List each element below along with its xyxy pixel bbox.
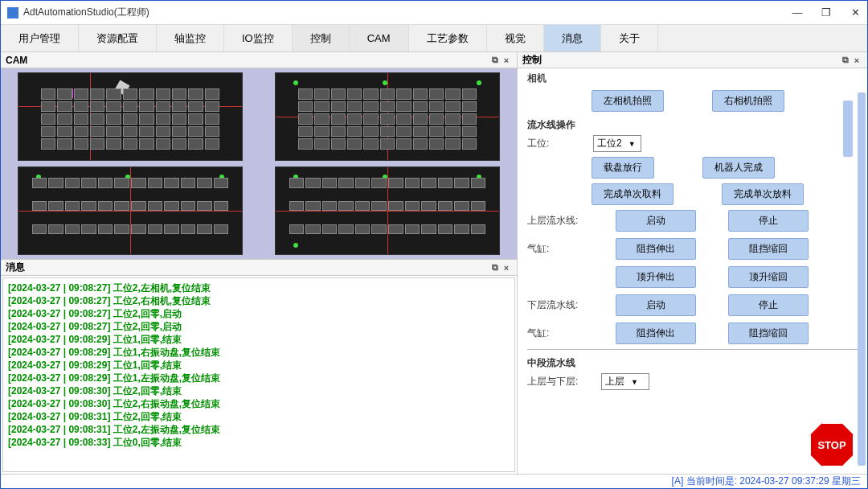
message-line: [2024-03-27 | 09:08:33] 工位0,回零,结束 (8, 436, 510, 449)
menu-resource-config[interactable]: 资源配置 (79, 25, 157, 51)
station-select[interactable]: 工位2▼ (593, 135, 641, 152)
camera-section-cut: 相机 (527, 72, 858, 85)
menubar: 用户管理 资源配置 轴监控 IO监控 控制 CAM 工艺参数 视觉 消息 关于 (1, 25, 867, 52)
station-label: 工位: (527, 137, 583, 150)
message-line: [2024-03-27 | 09:08:29] 工位1,回零,结束 (8, 333, 510, 346)
ctrl-close-icon[interactable]: × (851, 55, 862, 65)
lift-retract-button[interactable]: 顶升缩回 (728, 266, 809, 288)
stop-button[interactable]: STOP (809, 422, 854, 467)
message-line: [2024-03-27 | 09:08:27] 工位2,回零,启动 (8, 320, 510, 333)
menu-vision[interactable]: 视觉 (487, 25, 544, 51)
tray-release-button[interactable]: 载盘放行 (592, 157, 654, 179)
camera-grid (1, 68, 517, 259)
titlebar: AdtAutomationStudio(工程师) — ❐ ✕ (1, 1, 867, 25)
message-line: [2024-03-27 | 09:08:30] 工位2,右振动盘,复位结束 (8, 397, 510, 410)
message-line: [2024-03-27 | 09:08:29] 工位1,右振动盘,复位结束 (8, 346, 510, 359)
minimize-button[interactable]: — (792, 7, 803, 18)
camera-view-2[interactable] (275, 72, 500, 161)
msg-panel-title: 消息 (6, 261, 25, 274)
msg-close-icon[interactable]: × (501, 263, 512, 273)
left-camera-shoot-button[interactable]: 左相机拍照 (592, 90, 664, 112)
layer-label: 上层与下层: (527, 375, 592, 388)
upper-line-label: 上层流水线: (527, 214, 583, 228)
message-line: [2024-03-27 | 09:08:31] 工位2,回零,结束 (8, 410, 510, 423)
camera-view-3[interactable] (18, 166, 243, 255)
chevron-down-icon: ▼ (628, 140, 636, 148)
robot-done-button[interactable]: 机器人完成 (702, 157, 775, 179)
menu-user-management[interactable]: 用户管理 (1, 25, 79, 51)
lower-stop-button[interactable]: 停止 (728, 294, 809, 316)
cam-panel: CAM ⧉ × (1, 52, 517, 259)
cam-close-icon[interactable]: × (501, 55, 512, 65)
message-line: [2024-03-27 | 09:08:29] 工位1,回零,结束 (8, 359, 510, 372)
message-line: [2024-03-27 | 09:08:30] 工位2,回零,结束 (8, 384, 510, 397)
message-line: [2024-03-27 | 09:08:27] 工位2,回零,启动 (8, 307, 510, 320)
lower-start-button[interactable]: 启动 (616, 294, 696, 316)
maximize-button[interactable]: ❐ (821, 7, 832, 18)
mid-line-label: 中段流水线 (527, 356, 858, 370)
status-time: [A] 当前时间是: 2024-03-27 09:37:29 星期三 (672, 475, 861, 488)
layer-select[interactable]: 上层▼ (601, 373, 649, 390)
control-inner-scrollbar[interactable] (843, 101, 853, 157)
menu-axis-monitor[interactable]: 轴监控 (157, 25, 224, 51)
upper-start-button[interactable]: 启动 (616, 210, 696, 232)
cylinder-label-2: 气缸: (527, 327, 583, 340)
menu-process-params[interactable]: 工艺参数 (409, 25, 487, 51)
camera-view-4[interactable] (275, 166, 500, 255)
ctrl-panel-title: 控制 (522, 53, 542, 67)
message-line: [2024-03-27 | 09:08:27] 工位2,左相机,复位结束 (8, 281, 510, 294)
cylinder-label-1: 气缸: (527, 242, 583, 256)
camera-view-1[interactable] (18, 72, 243, 161)
menu-cam[interactable]: CAM (350, 25, 409, 51)
app-icon (7, 7, 18, 18)
menu-control[interactable]: 控制 (293, 25, 350, 51)
menu-about[interactable]: 关于 (601, 25, 658, 51)
message-list[interactable]: [2024-03-27 | 09:08:27] 工位2,左相机,复位结束[202… (2, 277, 515, 472)
block-extend-button-1[interactable]: 阻挡伸出 (616, 238, 696, 260)
right-camera-shoot-button[interactable]: 右相机拍照 (712, 90, 784, 112)
upper-stop-button[interactable]: 停止 (728, 210, 809, 232)
close-button[interactable]: ✕ (850, 7, 861, 18)
menu-io-monitor[interactable]: IO监控 (224, 25, 293, 51)
chevron-down-icon: ▼ (631, 378, 638, 386)
cam-dock-icon[interactable]: ⧉ (489, 55, 501, 65)
lift-extend-button[interactable]: 顶升伸出 (616, 266, 696, 288)
lower-line-label: 下层流水线: (527, 298, 583, 312)
message-line: [2024-03-27 | 09:08:29] 工位1,左振动盘,复位结束 (8, 372, 510, 384)
line-ops-label: 流水线操作 (527, 118, 858, 132)
menu-messages[interactable]: 消息 (544, 25, 601, 51)
block-retract-button-1[interactable]: 阻挡缩回 (728, 238, 809, 260)
cam-panel-title: CAM (6, 55, 27, 66)
single-place-done-button[interactable]: 完成单次放料 (722, 183, 804, 205)
statusbar: [A] 当前时间是: 2024-03-27 09:37:29 星期三 (1, 474, 867, 488)
message-line: [2024-03-27 | 09:08:31] 工位2,左振动盘,复位结束 (8, 423, 510, 436)
control-scrollbar[interactable] (858, 92, 866, 466)
single-pick-done-button[interactable]: 完成单次取料 (592, 183, 674, 205)
ctrl-dock-icon[interactable]: ⧉ (840, 55, 851, 65)
block-extend-button-2[interactable]: 阻挡伸出 (616, 323, 696, 344)
msg-dock-icon[interactable]: ⧉ (489, 262, 501, 273)
block-retract-button-2[interactable]: 阻挡缩回 (728, 323, 809, 344)
message-line: [2024-03-27 | 09:08:27] 工位2,右相机,复位结束 (8, 294, 510, 307)
window-title: AdtAutomationStudio(工程师) (23, 6, 792, 19)
message-panel: 消息 ⧉ × [2024-03-27 | 09:08:27] 工位2,左相机,复… (1, 259, 517, 474)
control-panel: 控制 ⧉ × 相机 左相机拍照 右相机拍照 流水线操作 工位: 工位2▼ (518, 52, 867, 474)
